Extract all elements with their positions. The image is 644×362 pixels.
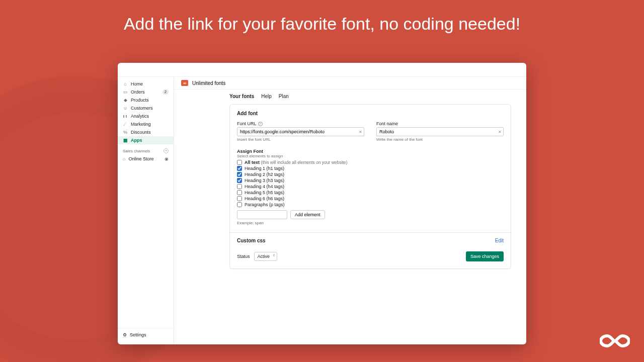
font-name-hint: Write the name of the font <box>376 137 504 142</box>
nav-label: Orders <box>131 89 145 95</box>
assign-checkbox-row[interactable]: Heading 3 (h3 tags) <box>237 178 504 183</box>
assign-checkbox-label: Heading 4 (h4 tags) <box>245 184 284 189</box>
sales-channels-label: Sales channels <box>123 149 150 153</box>
assign-checkbox-row[interactable]: Heading 1 (h1 tags) <box>237 166 504 171</box>
assign-checkbox-label: Heading 2 (h2 tags) <box>245 172 284 177</box>
assign-checkbox[interactable] <box>237 190 242 195</box>
nav-products[interactable]: ◆Products <box>118 96 174 104</box>
font-url-field: Font URL? ✕ Insert the font URL <box>237 121 364 142</box>
status-label: Status <box>237 254 250 259</box>
apps-icon: ▦ <box>123 138 128 143</box>
help-icon[interactable]: ? <box>258 122 263 126</box>
custom-css-label: Custom css <box>237 238 266 243</box>
save-changes-button[interactable]: Save changes <box>466 251 504 261</box>
brand-infinity-icon <box>600 333 630 351</box>
font-url-label: Font URL? <box>237 121 364 126</box>
assign-checkbox[interactable] <box>237 184 242 189</box>
add-element-button[interactable]: Add element <box>290 210 325 219</box>
assign-subtitle: Select elements to assign <box>237 154 504 158</box>
discounts-icon: % <box>123 130 128 135</box>
tab-help[interactable]: Help <box>261 94 272 99</box>
orders-icon: ▭ <box>123 89 128 95</box>
card-title: Add font <box>237 111 504 116</box>
marketing-icon: ☄ <box>123 122 128 127</box>
tab-plan[interactable]: Plan <box>279 94 289 99</box>
font-name-input[interactable] <box>376 127 504 136</box>
app-tabs: Your fonts Help Plan <box>174 89 526 102</box>
assign-font-section: Assign Font Select elements to assign Al… <box>237 149 504 225</box>
nav-list: ⌂Home ▭Orders2 ◆Products ☺Customers ⫾⫾An… <box>118 80 174 144</box>
nav-label: Marketing <box>131 122 151 127</box>
nav-label: Settings <box>130 332 146 337</box>
nav-settings[interactable]: ⚙ Settings <box>118 328 174 341</box>
assign-checkbox-row[interactable]: Heading 5 (h5 tags) <box>237 190 504 195</box>
assign-checkbox[interactable] <box>237 160 242 165</box>
font-url-hint: Insert the font URL <box>237 137 364 142</box>
nav-home[interactable]: ⌂Home <box>118 80 174 88</box>
tab-your-fonts[interactable]: Your fonts <box>229 94 254 99</box>
promo-headline: Add the link for your favorite font, no … <box>0 0 644 34</box>
nav-apps[interactable]: ▦Apps <box>118 136 174 144</box>
assign-checkbox[interactable] <box>237 178 242 183</box>
assign-title: Assign Font <box>237 149 504 154</box>
app-window: ⌂Home ▭Orders2 ◆Products ☺Customers ⫾⫾An… <box>118 63 526 344</box>
font-name-label: Font name <box>376 121 504 126</box>
nav-marketing[interactable]: ☄Marketing <box>118 120 174 128</box>
assign-checkbox-label: Paragraphs (p tags) <box>245 202 285 207</box>
nav-label: Discounts <box>131 130 151 135</box>
add-element-input[interactable] <box>237 210 287 219</box>
assign-checkbox-label: Heading 3 (h3 tags) <box>245 178 284 183</box>
assign-checkbox-label: Heading 6 (h6 tags) <box>245 196 284 201</box>
assign-checkbox[interactable] <box>237 202 242 207</box>
gear-icon: ⚙ <box>123 332 127 337</box>
view-store-icon[interactable]: ◉ <box>165 156 169 161</box>
window-topbar <box>118 63 526 77</box>
assign-checkbox[interactable] <box>237 172 242 177</box>
divider <box>230 232 511 233</box>
status-select[interactable]: Active <box>254 252 278 261</box>
nav-label: Products <box>131 98 149 103</box>
sales-channels-header: Sales channels + <box>118 144 174 155</box>
font-name-field: Font name ✕ Write the name of the font <box>376 121 504 142</box>
nav-label: Home <box>131 81 143 86</box>
font-url-input[interactable] <box>237 127 364 136</box>
clear-input-icon[interactable]: ✕ <box>359 130 362 134</box>
home-icon: ⌂ <box>123 81 128 86</box>
assign-checkbox[interactable] <box>237 196 242 201</box>
customers-icon: ☺ <box>123 106 128 111</box>
custom-css-row: Custom css Edit <box>237 238 504 243</box>
nav-analytics[interactable]: ⫾⫾Analytics <box>118 112 174 120</box>
main-content: ∞ Unlimited fonts Your fonts Help Plan A… <box>174 77 526 344</box>
assign-checkbox-row[interactable]: Paragraphs (p tags) <box>237 202 504 207</box>
admin-sidebar: ⌂Home ▭Orders2 ◆Products ☺Customers ⫾⫾An… <box>118 77 174 344</box>
assign-checkbox-label: Heading 5 (h5 tags) <box>245 190 284 195</box>
nav-label: Analytics <box>131 114 149 119</box>
nav-discounts[interactable]: %Discounts <box>118 128 174 136</box>
assign-checkbox-row[interactable]: All text (this will include all elements… <box>237 160 504 165</box>
app-header: ∞ Unlimited fonts <box>174 77 526 89</box>
add-element-hint: Example: span <box>237 221 504 225</box>
assign-checkbox-row[interactable]: Heading 6 (h6 tags) <box>237 196 504 201</box>
nav-orders[interactable]: ▭Orders2 <box>118 88 174 96</box>
assign-checkbox-label: Heading 1 (h1 tags) <box>245 166 284 171</box>
assign-checkbox-row[interactable]: Heading 4 (h4 tags) <box>237 184 504 189</box>
app-title: Unlimited fonts <box>192 80 225 86</box>
assign-checkbox-row[interactable]: Heading 2 (h2 tags) <box>237 172 504 177</box>
nav-online-store[interactable]: ⌂ Online Store ◉ <box>118 155 174 163</box>
clear-input-icon[interactable]: ✕ <box>498 130 502 134</box>
nav-label: Apps <box>131 138 142 143</box>
add-channel-button[interactable]: + <box>164 148 169 153</box>
app-logo-icon: ∞ <box>181 80 188 86</box>
assign-checkbox-label: All text (this will include all elements… <box>245 160 347 165</box>
nav-customers[interactable]: ☺Customers <box>118 104 174 112</box>
nav-label: Online Store <box>128 156 153 161</box>
add-font-card: Add font Font URL? ✕ Insert the font URL… <box>229 104 511 269</box>
edit-css-link[interactable]: Edit <box>495 238 504 243</box>
assign-checkbox[interactable] <box>237 166 242 171</box>
store-icon: ⌂ <box>123 156 125 161</box>
analytics-icon: ⫾⫾ <box>123 114 128 119</box>
products-icon: ◆ <box>123 98 128 103</box>
nav-label: Customers <box>131 106 153 111</box>
orders-badge: 2 <box>163 89 169 95</box>
